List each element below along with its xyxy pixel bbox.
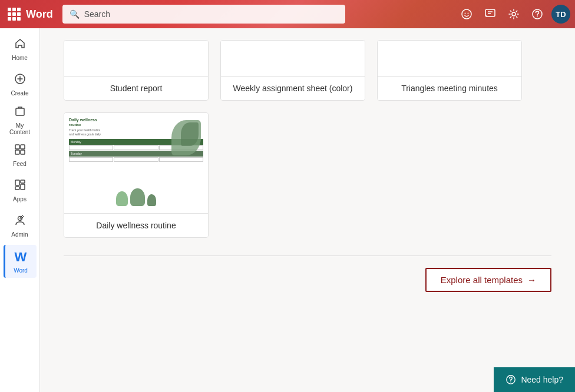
sidebar-item-feed[interactable]: Feed bbox=[4, 139, 37, 172]
svg-rect-12 bbox=[16, 108, 24, 115]
explore-btn-label: Explore all templates bbox=[441, 275, 523, 285]
user-avatar[interactable]: TD bbox=[551, 5, 570, 24]
search-placeholder-text: Search bbox=[84, 9, 338, 19]
svg-point-2 bbox=[468, 13, 469, 14]
main-content: Student report Weekly assignment sheet (… bbox=[40, 28, 575, 392]
svg-rect-17 bbox=[15, 180, 19, 185]
svg-rect-20 bbox=[21, 184, 25, 190]
template-preview-student-report bbox=[64, 41, 208, 76]
sidebar-item-home[interactable]: Home bbox=[4, 33, 37, 66]
svg-rect-15 bbox=[15, 150, 19, 154]
create-icon bbox=[14, 73, 26, 88]
template-preview-triangles-meeting bbox=[378, 41, 521, 76]
sidebar-word-label: Word bbox=[14, 267, 28, 274]
svg-point-8 bbox=[537, 16, 538, 18]
templates-grid: Student report Weekly assignment sheet (… bbox=[64, 40, 551, 238]
template-card-daily-wellness[interactable]: Daily wellness routine Track your health… bbox=[64, 112, 209, 238]
top-bar: Word 🔍 Search bbox=[0, 0, 575, 28]
template-preview-weekly-assignment bbox=[221, 41, 365, 76]
explore-btn-arrow: → bbox=[527, 275, 536, 285]
word-icon: W bbox=[15, 250, 27, 265]
template-card-triangles-meeting[interactable]: Triangles meeting minutes bbox=[377, 40, 522, 101]
apps-icon bbox=[14, 179, 26, 194]
template-card-weekly-assignment[interactable]: Weekly assignment sheet (color) bbox=[220, 40, 365, 101]
sidebar-item-admin[interactable]: Admin bbox=[4, 210, 37, 242]
template-label-triangles-meeting: Triangles meeting minutes bbox=[378, 76, 521, 100]
waffle-menu-button[interactable] bbox=[5, 5, 24, 24]
sidebar-admin-label: Admin bbox=[11, 231, 28, 238]
top-bar-right: TD bbox=[457, 5, 570, 24]
svg-rect-16 bbox=[21, 150, 25, 154]
help-icon-button[interactable] bbox=[528, 5, 547, 24]
template-preview-daily-wellness: Daily wellness routine Track your health… bbox=[64, 113, 208, 213]
feed-icon bbox=[14, 144, 26, 158]
svg-point-23 bbox=[511, 381, 511, 382]
svg-rect-13 bbox=[15, 145, 19, 149]
need-help-label: Need help? bbox=[521, 375, 563, 384]
bottom-section: Explore all templates → bbox=[64, 255, 551, 292]
svg-point-0 bbox=[462, 9, 471, 19]
sidebar-item-apps[interactable]: Apps bbox=[4, 174, 37, 207]
sidebar-mycontent-label: My Content bbox=[6, 122, 34, 135]
sidebar-item-create[interactable]: Create bbox=[4, 68, 37, 101]
sidebar-item-word[interactable]: W Word bbox=[4, 245, 37, 278]
template-label-weekly-assignment: Weekly assignment sheet (color) bbox=[221, 76, 365, 100]
sidebar-item-my-content[interactable]: My Content bbox=[4, 104, 37, 137]
explore-all-templates-button[interactable]: Explore all templates → bbox=[425, 268, 551, 292]
sidebar-apps-label: Apps bbox=[13, 196, 27, 202]
sidebar-create-label: Create bbox=[11, 90, 28, 97]
sidebar: Home Create My Content bbox=[0, 28, 40, 392]
search-icon: 🔍 bbox=[70, 9, 80, 19]
svg-point-1 bbox=[465, 13, 466, 14]
settings-icon-button[interactable] bbox=[504, 5, 523, 24]
template-label-daily-wellness: Daily wellness routine bbox=[64, 213, 208, 237]
svg-rect-18 bbox=[21, 180, 25, 183]
sidebar-home-label: Home bbox=[12, 55, 28, 61]
home-icon bbox=[14, 38, 26, 52]
sidebar-feed-label: Feed bbox=[13, 161, 27, 167]
search-bar[interactable]: 🔍 Search bbox=[62, 5, 345, 24]
admin-icon bbox=[14, 214, 26, 229]
template-label-student-report: Student report bbox=[64, 76, 208, 100]
my-content-icon bbox=[14, 105, 26, 120]
svg-point-6 bbox=[512, 12, 515, 16]
smiley-icon-button[interactable] bbox=[457, 5, 476, 24]
svg-rect-14 bbox=[21, 145, 25, 149]
template-card-student-report[interactable]: Student report bbox=[64, 40, 209, 101]
need-help-button[interactable]: Need help? bbox=[494, 367, 575, 392]
word-logo[interactable]: Word bbox=[26, 8, 53, 21]
svg-rect-19 bbox=[15, 187, 19, 190]
feedback-icon-button[interactable] bbox=[481, 5, 500, 24]
need-help-icon bbox=[505, 374, 516, 385]
